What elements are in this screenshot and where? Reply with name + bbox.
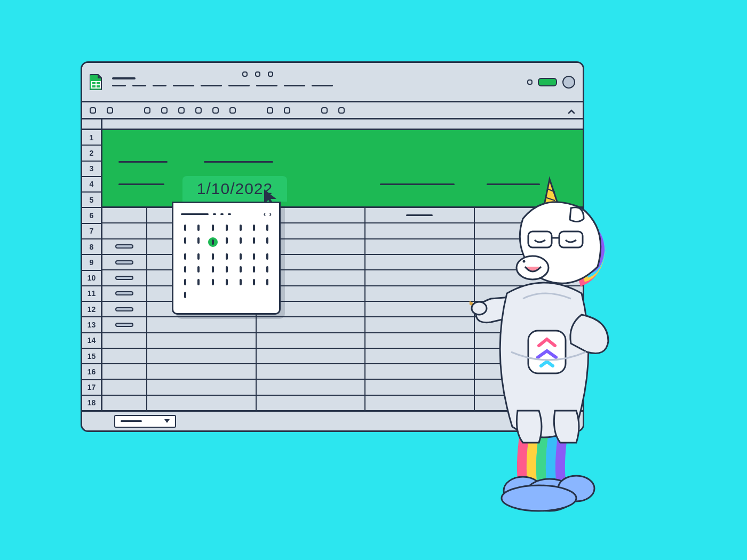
calendar-day[interactable] [197, 253, 200, 260]
calendar-day[interactable] [226, 253, 228, 260]
row-number[interactable]: 5 [82, 193, 101, 208]
calendar-day[interactable] [184, 266, 186, 273]
calendar-day[interactable] [266, 266, 268, 273]
calendar-day[interactable] [266, 225, 268, 231]
calendar-day[interactable] [240, 266, 242, 273]
toolbar-button[interactable] [195, 107, 202, 114]
row-number[interactable]: 6 [82, 208, 101, 223]
row-number[interactable]: 15 [82, 349, 101, 364]
row-number[interactable]: 3 [82, 162, 101, 177]
row-number[interactable]: 10 [82, 271, 101, 286]
calendar-day[interactable] [226, 266, 228, 273]
toolbar-button[interactable] [321, 107, 328, 114]
unicorn-mascot [470, 176, 640, 517]
toolbar [82, 102, 583, 119]
calendar-day[interactable] [208, 237, 218, 247]
calendar-day[interactable] [226, 225, 228, 231]
calendar-day[interactable] [184, 225, 186, 231]
select-all-cell[interactable] [82, 119, 102, 129]
toolbar-button[interactable] [144, 107, 150, 114]
calendar-day[interactable] [240, 253, 242, 260]
row-numbers: 1 2 3 4 5 6 7 8 9 10 11 12 13 14 15 16 1… [82, 130, 102, 410]
row-number[interactable]: 13 [82, 317, 101, 333]
doc-title[interactable] [112, 77, 136, 79]
collapse-toolbar-icon[interactable] [568, 107, 575, 116]
calendar-day[interactable] [212, 279, 214, 285]
calendar-day[interactable] [184, 237, 186, 244]
titlebar [82, 63, 583, 102]
sheet-tab[interactable] [114, 415, 176, 428]
cell-content [115, 307, 133, 311]
svg-point-17 [472, 302, 487, 315]
title-small-buttons[interactable] [242, 71, 273, 77]
prev-month-icon[interactable]: ‹ [264, 210, 266, 218]
calendar-day[interactable] [197, 237, 200, 244]
unicorn-head [516, 179, 602, 283]
calendar-day[interactable] [184, 279, 186, 285]
row-number[interactable]: 7 [82, 224, 101, 239]
toolbar-button[interactable] [267, 107, 273, 114]
cell-content [115, 244, 133, 249]
calendar-day[interactable] [266, 279, 268, 285]
unicorn-body [476, 283, 608, 443]
calendar-day[interactable] [253, 279, 255, 285]
row-number[interactable]: 12 [82, 302, 101, 317]
toolbar-button[interactable] [90, 107, 96, 114]
row-number[interactable]: 4 [82, 177, 101, 193]
toolbar-group [90, 107, 345, 114]
calendar-day[interactable] [266, 237, 268, 244]
row-number[interactable]: 8 [82, 239, 101, 255]
control-dot[interactable] [527, 79, 533, 85]
calendar-day[interactable] [184, 292, 186, 298]
svg-line-3 [470, 229, 476, 306]
row-number[interactable]: 17 [82, 380, 101, 396]
calendar-day[interactable] [212, 253, 214, 260]
calendar-day[interactable] [226, 237, 228, 244]
calendar-day[interactable] [253, 253, 255, 260]
account-avatar[interactable] [562, 76, 575, 89]
calendar-day[interactable] [226, 279, 228, 285]
row-number[interactable]: 11 [82, 286, 101, 302]
toolbar-button[interactable] [161, 107, 168, 114]
toolbar-button[interactable] [178, 107, 185, 114]
row-number[interactable]: 14 [82, 333, 101, 349]
toolbar-button[interactable] [212, 107, 219, 114]
calendar-day[interactable] [266, 253, 268, 260]
window-controls [527, 76, 575, 89]
column-headers [82, 119, 583, 130]
cell-content [115, 260, 133, 265]
toolbar-button[interactable] [338, 107, 345, 114]
row-number[interactable]: 2 [82, 146, 101, 161]
calendar-day[interactable] [212, 266, 214, 273]
cell-content [115, 276, 133, 280]
tab-dropdown-icon[interactable] [164, 419, 170, 423]
toolbar-button[interactable] [284, 107, 290, 114]
calendar-day[interactable] [253, 266, 255, 273]
svg-point-16 [523, 260, 526, 263]
row-number[interactable]: 16 [82, 364, 101, 380]
toolbar-button[interactable] [107, 107, 113, 114]
doc-title-block [112, 77, 575, 86]
calendar-day[interactable] [212, 225, 214, 231]
calendar-day[interactable] [240, 237, 242, 244]
row-number[interactable]: 18 [82, 396, 101, 410]
date-picker-grid [181, 225, 272, 298]
calendar-day[interactable] [197, 279, 200, 285]
calendar-day[interactable] [253, 237, 255, 244]
calendar-day[interactable] [240, 225, 242, 231]
calendar-day[interactable] [240, 279, 242, 285]
calendar-day[interactable] [253, 225, 255, 231]
cloud-icon [502, 476, 594, 511]
cell-content [115, 323, 133, 327]
next-month-icon[interactable]: › [269, 210, 272, 218]
row-number[interactable]: 1 [82, 130, 101, 146]
svg-point-8 [502, 485, 576, 511]
share-button[interactable] [538, 78, 557, 86]
toolbar-button[interactable] [229, 107, 236, 114]
calendar-day[interactable] [197, 225, 200, 231]
calendar-day[interactable] [197, 266, 200, 273]
menu-bar[interactable] [112, 85, 575, 86]
calendar-day[interactable] [184, 253, 186, 260]
row-number[interactable]: 9 [82, 255, 101, 270]
date-picker[interactable]: ‹ › [172, 202, 281, 315]
